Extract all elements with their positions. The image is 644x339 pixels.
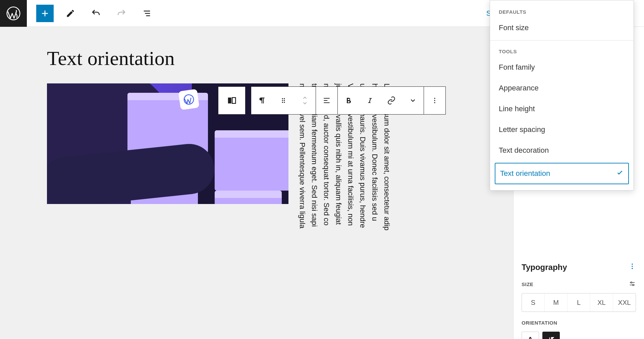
popover-item-letter-spacing[interactable]: Letter spacing: [490, 119, 634, 140]
svg-point-13: [632, 264, 633, 265]
typography-panel-title: Typography: [522, 263, 567, 272]
bold-button[interactable]: [338, 87, 359, 114]
svg-point-8: [282, 102, 283, 103]
popover-item-font-size[interactable]: Font size: [490, 17, 634, 38]
popover-section-defaults: DEFAULTS: [490, 3, 634, 17]
svg-point-14: [632, 266, 633, 267]
svg-point-17: [633, 284, 634, 286]
size-l-button[interactable]: L: [568, 293, 590, 312]
svg-point-15: [632, 268, 633, 269]
more-formatting-button[interactable]: [402, 87, 424, 114]
document-outline-button[interactable]: [138, 5, 156, 22]
svg-rect-2: [228, 97, 231, 104]
add-block-button[interactable]: [36, 5, 54, 22]
font-size-buttons: S M L XL XXL: [522, 293, 636, 312]
drag-handle-icon[interactable]: [273, 87, 294, 114]
block-toolbar: [251, 86, 446, 115]
svg-point-12: [434, 102, 435, 103]
size-xl-button[interactable]: XL: [590, 293, 613, 312]
popover-item-text-orientation[interactable]: Text orientation: [495, 163, 629, 184]
popover-item-line-height[interactable]: Line height: [490, 98, 634, 119]
edit-tool-icon[interactable]: [62, 5, 79, 22]
orientation-buttons: A: [522, 332, 636, 339]
italic-button[interactable]: [359, 87, 381, 114]
size-settings-icon[interactable]: [629, 280, 636, 288]
size-m-button[interactable]: M: [545, 293, 568, 312]
post-title[interactable]: Text orientation: [47, 47, 513, 70]
move-up-down-buttons[interactable]: [294, 87, 316, 114]
popover-section-tools: TOOLS: [490, 43, 634, 57]
popover-divider: [490, 40, 634, 41]
svg-point-16: [631, 282, 632, 283]
block-type-button[interactable]: [218, 86, 246, 115]
popover-item-text-decoration[interactable]: Text decoration: [490, 140, 634, 161]
popover-item-font-family[interactable]: Font family: [490, 57, 634, 78]
wordpress-icon: [178, 89, 199, 110]
svg-point-11: [434, 100, 435, 101]
size-label: SIZE: [522, 281, 533, 287]
align-button[interactable]: [316, 87, 337, 114]
undo-button[interactable]: [87, 5, 105, 22]
redo-button[interactable]: [113, 5, 130, 22]
check-icon: [616, 169, 624, 178]
popover-item-label: Text orientation: [500, 169, 550, 178]
editor-canvas: Text orientation Lorem ipsum dolor sit a…: [0, 27, 513, 339]
svg-point-5: [284, 98, 285, 99]
orientation-horizontal-button[interactable]: A: [522, 332, 539, 339]
orientation-label: ORIENTATION: [522, 320, 557, 326]
paragraph-block-icon[interactable]: [251, 87, 273, 114]
size-s-button[interactable]: S: [522, 293, 545, 312]
link-button[interactable]: [381, 87, 402, 114]
orientation-vertical-button[interactable]: [542, 332, 560, 339]
svg-point-7: [284, 100, 285, 101]
typography-options-button[interactable]: [629, 263, 636, 272]
svg-point-6: [282, 100, 283, 101]
wordpress-logo[interactable]: [0, 0, 27, 27]
svg-point-10: [434, 98, 435, 99]
svg-point-9: [284, 102, 285, 103]
svg-rect-3: [232, 97, 235, 104]
svg-point-4: [282, 98, 283, 99]
block-options-button[interactable]: [424, 87, 445, 114]
typography-tools-popover: DEFAULTS Font size TOOLS Font family App…: [490, 0, 634, 191]
size-xxl-button[interactable]: XXL: [613, 293, 636, 312]
popover-item-appearance[interactable]: Appearance: [490, 78, 634, 98]
